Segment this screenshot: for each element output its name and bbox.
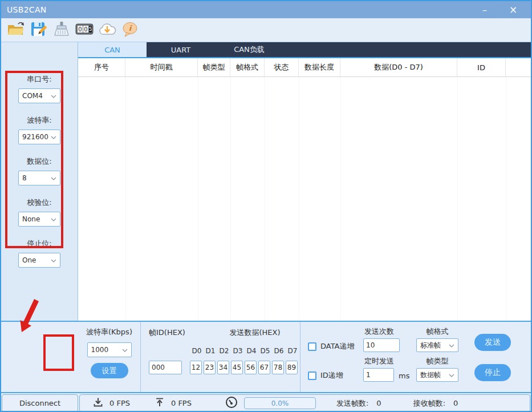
- byte-input-d0[interactable]: [190, 361, 202, 374]
- timed-send-input[interactable]: [363, 368, 394, 382]
- cloud-download-icon: [98, 21, 117, 39]
- send-count-input[interactable]: [363, 338, 400, 352]
- id-increment-label: ID递增: [320, 370, 343, 381]
- connection-status[interactable]: Disconnect: [2, 394, 78, 412]
- usb2can-window: USB2CAN – ×: [0, 0, 532, 412]
- data-increment-row: DATA递增: [308, 341, 355, 352]
- send-count-label: 发送次数: [364, 326, 394, 337]
- chevron-down-icon: [449, 341, 454, 349]
- send-button[interactable]: 发送: [474, 334, 511, 351]
- byte-input-d3[interactable]: [231, 361, 243, 374]
- bus-load-value: 0.0%: [271, 399, 289, 407]
- col-id[interactable]: ID: [457, 58, 506, 76]
- byte-input-d4[interactable]: [245, 361, 257, 374]
- col-status[interactable]: 状态: [265, 58, 299, 76]
- gauge-icon: [225, 395, 238, 411]
- counter-button[interactable]: 0 0 5: [74, 20, 95, 41]
- frame-table-body[interactable]: [78, 77, 531, 321]
- bus-load-progressbar: 0.0%: [244, 397, 316, 409]
- send-data-label: 发送数据(HEX): [215, 328, 295, 338]
- annotation-arrow: [16, 299, 41, 338]
- counter-icon: 0 0 5: [75, 21, 94, 39]
- tab-uart[interactable]: UART: [147, 42, 215, 57]
- col-empty: [506, 58, 531, 76]
- svg-text:0: 0: [84, 26, 87, 33]
- frame-type-select[interactable]: 数据帧: [416, 368, 458, 382]
- byte-input-d2[interactable]: [217, 361, 229, 374]
- minimize-button[interactable]: –: [475, 1, 494, 18]
- chevron-down-icon: [122, 346, 128, 354]
- col-divider: [198, 77, 198, 321]
- clear-broom-icon: [52, 21, 71, 40]
- window-title: USB2CAN: [7, 5, 47, 14]
- clear-button[interactable]: [51, 20, 72, 41]
- can-baud-section: 波特率(Kbps) 1000 设置: [78, 322, 141, 392]
- stop-button[interactable]: 停止: [474, 364, 511, 381]
- info-button[interactable]: i: [120, 20, 140, 41]
- frame-id-label: 帧ID(HEX): [149, 328, 185, 338]
- send-options-section: DATA递增 ID递增 发送次数 定时发送 ms 帧格式 标准帧 帧类型 数据帧…: [300, 322, 531, 392]
- sent-frames-value: 0: [376, 399, 381, 407]
- frame-type-label: 帧类型: [416, 356, 458, 366]
- frame-data-section: 帧ID(HEX) 发送数据(HEX) D0 D1 D2 D3 D4 D5 D6 …: [141, 322, 300, 392]
- data-increment-label: DATA递增: [320, 341, 355, 352]
- frame-id-input[interactable]: [149, 361, 182, 374]
- recv-frames-value: 0: [453, 399, 458, 407]
- tx-fps: 0 FPS: [171, 399, 192, 407]
- timed-send-label: 定时发送: [364, 356, 394, 366]
- stop-bits-select[interactable]: One: [18, 253, 60, 268]
- save-button[interactable]: [29, 20, 49, 41]
- chevron-down-icon: [449, 371, 454, 379]
- col-frame-type[interactable]: 帧类型: [198, 58, 230, 76]
- chevron-down-icon: [51, 256, 56, 264]
- save-icon: [30, 21, 48, 40]
- tab-bar: CAN UART CAN负载: [78, 42, 531, 58]
- recv-frames-label: 接收帧数:: [413, 398, 445, 409]
- titlebar: USB2CAN – ×: [1, 1, 531, 18]
- col-divider: [457, 77, 458, 321]
- col-data-length[interactable]: 数据长度: [299, 58, 340, 76]
- can-baud-select[interactable]: 1000: [87, 342, 132, 357]
- col-divider: [230, 77, 231, 321]
- byte-input-d6[interactable]: [272, 361, 284, 374]
- tab-can-load[interactable]: CAN负载: [215, 42, 283, 57]
- close-button[interactable]: ×: [503, 1, 523, 18]
- byte-inputs: [190, 361, 299, 374]
- col-timestamp[interactable]: 时间戳: [125, 58, 198, 76]
- svg-text:0: 0: [78, 26, 82, 33]
- col-divider: [299, 77, 299, 321]
- col-divider: [125, 77, 126, 321]
- send-panel: 波特率(Kbps) 1000 设置 帧ID(HEX) 发送数据(HEX) D0 …: [1, 321, 531, 392]
- data-increment-checkbox[interactable]: [308, 342, 316, 351]
- byte-input-d1[interactable]: [204, 361, 216, 374]
- statusbar: Disconnect 0 FPS 0 FPS: [1, 392, 531, 412]
- col-data[interactable]: 数据(D0 - D7): [340, 58, 457, 76]
- table-header: 序号 时间戳 帧类型 帧格式 状态 数据长度 数据(D0 - D7) ID: [78, 58, 531, 77]
- id-increment-row: ID递增: [308, 370, 343, 381]
- can-baud-label: 波特率(Kbps): [78, 327, 140, 337]
- rx-fps: 0 FPS: [109, 399, 130, 407]
- cloud-download-button[interactable]: [97, 20, 117, 41]
- upload-fps-icon: [154, 397, 165, 410]
- stats-card: 0 FPS 0 FPS 0.0% 发送帧数: 0: [79, 394, 530, 412]
- toolbar: 0 0 5 i: [1, 18, 531, 42]
- byte-input-d5[interactable]: [258, 361, 270, 374]
- set-baud-button[interactable]: 设置: [91, 363, 128, 378]
- ms-unit-label: ms: [399, 371, 409, 380]
- tab-can[interactable]: CAN: [78, 42, 147, 57]
- id-increment-checkbox[interactable]: [308, 371, 316, 380]
- col-divider: [340, 77, 341, 321]
- byte-input-d7[interactable]: [286, 361, 298, 374]
- open-file-button[interactable]: [6, 20, 26, 41]
- svg-text:5: 5: [89, 27, 92, 32]
- info-icon: i: [121, 21, 139, 39]
- annotation-rect-serial-settings: [5, 71, 63, 248]
- sent-frames-label: 发送帧数:: [336, 398, 368, 409]
- col-divider: [506, 77, 506, 321]
- col-divider: [265, 77, 265, 321]
- download-fps-icon: [92, 397, 104, 410]
- col-seq[interactable]: 序号: [78, 58, 125, 76]
- col-frame-format[interactable]: 帧格式: [230, 58, 265, 76]
- frame-format-select[interactable]: 标准帧: [416, 338, 458, 352]
- annotation-rect-connect-button: [43, 334, 74, 371]
